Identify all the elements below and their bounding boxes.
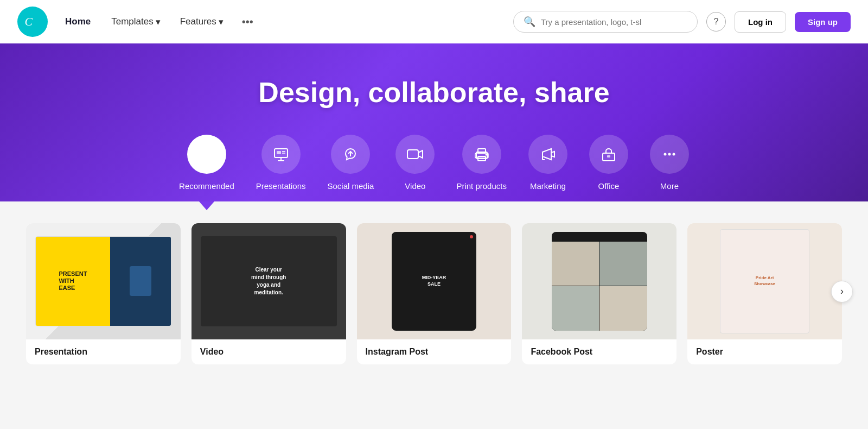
help-button[interactable]: ? — [706, 12, 726, 31]
next-chevron-button[interactable]: › — [831, 281, 853, 302]
svg-point-21 — [672, 153, 675, 156]
search-icon: 🔍 — [524, 16, 535, 28]
templates-grid: PRESENTWITHEASE Presentation Clear yourm… — [26, 223, 842, 364]
video-thumbnail: Clear yourmind throughyoga andmeditation… — [192, 223, 346, 339]
svg-rect-9 — [407, 150, 418, 159]
category-label-print: Print products — [456, 181, 507, 191]
facebook-thumbnail — [522, 223, 676, 339]
social-media-icon-bg — [331, 135, 370, 174]
login-button[interactable]: Log in — [735, 11, 786, 33]
video-icon-bg — [395, 135, 435, 174]
marketing-icon-bg — [528, 135, 567, 174]
category-label-office: Office — [598, 181, 619, 191]
svg-rect-5 — [277, 151, 281, 154]
nav-home[interactable]: Home — [56, 12, 99, 31]
svg-point-20 — [668, 153, 671, 156]
recommended-icon-bg — [187, 135, 226, 174]
svg-rect-14 — [475, 153, 488, 158]
category-presentations[interactable]: Presentations — [252, 135, 310, 201]
category-label-recommended: Recommended — [179, 181, 234, 191]
nav-templates[interactable]: Templates ▾ — [104, 12, 168, 32]
canva-logo[interactable]: C — [17, 7, 48, 37]
template-label-facebook: Facebook Post — [522, 339, 676, 364]
chevron-down-icon: ▾ — [156, 16, 161, 28]
nav-features[interactable]: Features ▾ — [173, 12, 231, 32]
category-print[interactable]: Print products — [452, 135, 511, 201]
hero-title: Design, collaborate, share — [22, 76, 846, 109]
search-bar[interactable]: 🔍 — [513, 11, 698, 33]
category-label-more: More — [660, 181, 679, 191]
signup-button[interactable]: Sign up — [795, 12, 851, 32]
instagram-thumbnail: MID-YEARSALE — [357, 223, 512, 339]
template-card-instagram[interactable]: MID-YEARSALE Instagram Post — [357, 223, 512, 364]
category-video[interactable]: Video — [391, 135, 439, 201]
category-office[interactable]: Office — [585, 135, 633, 201]
category-more[interactable]: More — [646, 135, 693, 201]
nav-more-dots[interactable]: ••• — [235, 11, 260, 33]
chevron-right-icon: › — [840, 286, 844, 297]
presentations-icon-bg — [261, 135, 301, 174]
chevron-down-icon: ▾ — [219, 16, 224, 28]
template-card-video[interactable]: Clear yourmind throughyoga andmeditation… — [192, 223, 346, 364]
category-recommended[interactable]: Recommended — [175, 135, 239, 201]
category-label-social: Social media — [328, 181, 374, 191]
more-icon-bg — [650, 135, 689, 174]
main-header: C Home Templates ▾ Features ▾ ••• 🔍 ? Lo… — [0, 0, 868, 43]
svg-rect-18 — [607, 155, 610, 157]
svg-point-13 — [485, 154, 487, 156]
templates-section: PRESENTWITHEASE Presentation Clear yourm… — [0, 201, 868, 386]
poster-thumbnail: Pride ArtShowcase — [687, 223, 842, 339]
template-label-presentation: Presentation — [26, 339, 181, 364]
print-icon-bg — [462, 135, 501, 174]
template-label-poster: Poster — [687, 339, 842, 364]
svg-point-19 — [663, 153, 666, 156]
category-marketing[interactable]: Marketing — [524, 135, 572, 201]
office-icon-bg — [589, 135, 628, 174]
template-card-presentation[interactable]: PRESENTWITHEASE Presentation — [26, 223, 181, 364]
template-label-video: Video — [192, 339, 346, 364]
template-label-instagram: Instagram Post — [357, 339, 512, 364]
category-social-media[interactable]: Social media — [323, 135, 379, 201]
svg-text:C: C — [25, 15, 33, 28]
presentation-thumbnail: PRESENTWITHEASE — [26, 223, 181, 339]
category-row: Recommended Presentations Social media V… — [22, 135, 846, 201]
template-card-poster[interactable]: Pride ArtShowcase Poster — [687, 223, 842, 364]
template-card-facebook[interactable]: Facebook Post — [522, 223, 676, 364]
hero-banner: Design, collaborate, share Recommended P… — [0, 43, 868, 201]
category-label-presentations: Presentations — [256, 181, 306, 191]
search-input[interactable] — [541, 17, 687, 27]
category-label-marketing: Marketing — [530, 181, 566, 191]
category-label-video: Video — [405, 181, 425, 191]
